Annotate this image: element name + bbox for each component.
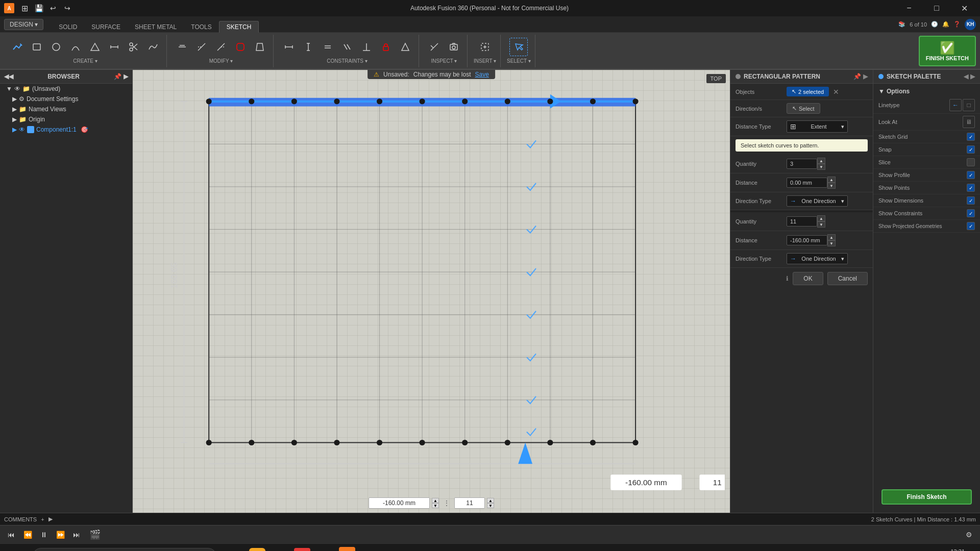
canvas-area[interactable]: ⚠ Unsaved: Changes may be lost Save TOP [133,70,730,513]
palette-pin[interactable]: ◀ [964,73,968,80]
browser-item-origin[interactable]: ▶ 📁 Origin [0,114,132,124]
close-btn[interactable]: ✕ [952,0,976,16]
finish-sketch-ribbon-btn[interactable]: ✅ FINISH SKETCH [919,36,976,66]
browser-expand[interactable]: ▶ [124,73,128,80]
dim-down-arrow[interactable]: ▼ [432,503,439,508]
browser-collapse-left[interactable]: ◀◀ [4,73,13,80]
snap-checkbox[interactable]: ✓ [967,145,975,154]
objects-clear-btn[interactable]: ✕ [833,88,839,96]
chrome-btn[interactable] [314,544,335,552]
show-points-checkbox[interactable]: ✓ [967,184,975,192]
dir2-dist-down[interactable]: ▼ [827,240,836,246]
spline-tool[interactable] [144,38,162,56]
eye-icon-unsaved[interactable]: 👁 [14,85,20,92]
winrar-btn[interactable]: R [292,544,312,552]
undo-btn[interactable]: ↩ [47,2,59,14]
show-dimensions-checkbox[interactable]: ✓ [967,196,975,205]
dir2-quantity-input[interactable]: 11 [787,216,817,227]
triangle-tool[interactable] [86,38,104,56]
minimize-btn[interactable]: − [897,0,921,16]
dir1-quantity-input[interactable]: 3 [787,159,817,169]
qty-down-arrow[interactable]: ▼ [487,503,494,508]
tab-sheet-metal[interactable]: SHEET METAL [128,21,184,33]
sketch-grid-checkbox[interactable]: ✓ [967,133,975,141]
qty-up-arrow[interactable]: ▲ [487,498,494,503]
cancel-button[interactable]: Cancel [827,272,868,285]
scissors-tool[interactable] [125,38,143,56]
panel-expand-icon[interactable]: ▶ [863,73,868,80]
extend-tool[interactable] [212,38,230,56]
distance-type-dropdown[interactable]: ⊞ Extent ▾ [787,120,848,133]
browser-item-component[interactable]: ▶ 👁 Component1:1 🎯 [0,124,132,135]
playback-play[interactable]: ⏸ [37,528,51,542]
save-btn[interactable]: 💾 [33,2,45,14]
dimension-tool[interactable] [105,38,124,56]
design-dropdown[interactable]: DESIGN ▾ [4,19,43,30]
parallel-constraint[interactable] [338,38,356,56]
trim-tool[interactable] [192,38,211,56]
tab-sketch[interactable]: SKETCH [219,21,259,33]
save-link[interactable]: Save [475,71,489,78]
linetype-icon-1[interactable]: ← [949,99,962,111]
eye-icon-component[interactable]: 👁 [19,126,25,133]
explorer-btn[interactable]: 📁 [247,544,267,552]
playback-next[interactable]: ⏩ [53,528,67,542]
perpendicular-constraint[interactable] [357,38,376,56]
triangle-constraint[interactable] [396,38,414,56]
insert-tool[interactable] [476,38,494,56]
direction-select-btn[interactable]: ↖ Select [787,103,820,114]
dimension-input[interactable]: -160.00 mm [369,497,430,509]
show-projected-checkbox[interactable]: ✓ [967,222,975,230]
tab-surface[interactable]: SURFACE [84,21,128,33]
finish-sketch-palette-btn[interactable]: Finish Sketch [881,489,972,505]
panel-pin-icon[interactable]: 📌 [853,73,861,80]
line-tool[interactable] [8,38,27,56]
horizontal-constraint[interactable] [280,38,298,56]
lock-constraint[interactable] [377,38,395,56]
slice-checkbox[interactable] [967,158,975,166]
dir1-qty-up[interactable]: ▲ [817,158,825,164]
browser-item-unsaved[interactable]: ▼ 👁 📁 (Unsaved) [0,84,132,94]
quantity-input[interactable]: 11 [454,497,485,509]
grid-menu-btn[interactable]: ⊞ [18,2,31,14]
fillet-tool[interactable] [231,38,250,56]
show-constraints-checkbox[interactable]: ✓ [967,209,975,217]
dir1-dist-up[interactable]: ▲ [827,177,836,183]
redo-btn[interactable]: ↪ [61,2,74,14]
fusion-taskbar-btn[interactable]: A [337,544,357,552]
comments-expand[interactable]: ▶ [48,516,53,522]
tab-tools[interactable]: TOOLS [184,21,218,33]
dir2-qty-up[interactable]: ▲ [817,215,825,221]
palette-expand[interactable]: ▶ [970,73,975,80]
photo-tool[interactable] [445,38,463,56]
playback-first[interactable]: ⏮ [4,528,18,542]
browser-pin[interactable]: 📌 [114,73,121,80]
playback-prev[interactable]: ⏪ [20,528,35,542]
maximize-btn[interactable]: □ [925,0,948,16]
offset-tool[interactable] [173,38,191,56]
browser-item-named-views[interactable]: ▶ 📁 Named Views [0,104,132,114]
info-icon[interactable]: ℹ [786,275,789,282]
show-profile-checkbox[interactable]: ✓ [967,171,975,179]
dim-up-arrow[interactable]: ▲ [432,498,439,503]
linetype-icon-2[interactable]: □ [963,99,975,111]
dir2-dist-up[interactable]: ▲ [827,234,836,240]
start-button[interactable] [4,544,29,552]
vertical-constraint[interactable] [299,38,317,56]
measure-tool[interactable] [425,38,444,56]
arc-tool[interactable] [66,38,85,56]
browser-item-doc-settings[interactable]: ▶ ⚙ Document Settings [0,94,132,104]
select-tool[interactable] [509,38,528,56]
look-at-icon[interactable]: 🖥 [963,116,975,128]
dir2-qty-down[interactable]: ▼ [817,221,825,228]
playback-last[interactable]: ⏭ [69,528,84,542]
dir2-distance-input[interactable]: -160.00 mm [787,235,827,245]
taskview-btn[interactable]: ⊟ [225,544,245,552]
dir1-dist-down[interactable]: ▼ [827,183,836,189]
circle-tool[interactable] [47,38,65,56]
equal-constraint[interactable] [318,38,337,56]
rectangle-tool[interactable] [28,38,46,56]
settings-taskbar-btn[interactable]: ⚙ [270,544,290,552]
tab-solid[interactable]: SOLID [52,21,84,33]
chamfer-tool[interactable] [251,38,269,56]
